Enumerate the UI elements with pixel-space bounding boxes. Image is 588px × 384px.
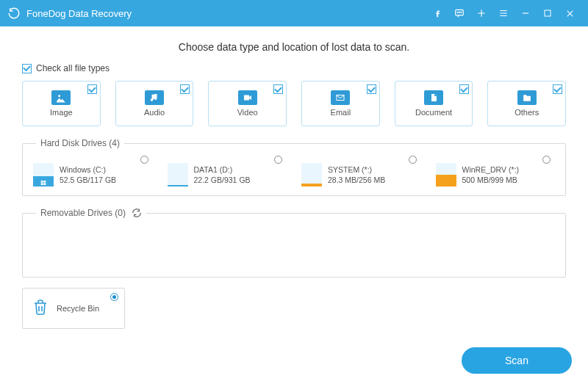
svg-rect-6 <box>244 95 249 101</box>
type-card-audio[interactable]: Audio <box>115 81 194 126</box>
image-icon <box>51 90 71 105</box>
removable-empty <box>33 228 555 268</box>
type-card-video[interactable]: Video <box>208 81 287 126</box>
refresh-icon[interactable] <box>132 208 142 218</box>
drive-info: DATA1 (D:)22.2 GB/931 GB <box>194 164 251 185</box>
svg-point-5 <box>59 95 61 97</box>
app-title: FoneDog Data Recovery <box>26 8 426 19</box>
drive-usage-bar <box>301 163 322 186</box>
svg-rect-8 <box>41 181 43 183</box>
drive-item[interactable]: DATA1 (D:)22.2 GB/931 GB <box>168 159 287 186</box>
type-checkbox[interactable] <box>459 84 469 94</box>
type-checkbox[interactable] <box>273 84 283 94</box>
titlebar: FoneDog Data Recovery <box>0 0 588 26</box>
main-content: Choose data type and location of lost da… <box>0 26 588 329</box>
drive-info: Windows (C:)52.5 GB/117 GB <box>60 164 116 185</box>
type-label: Video <box>237 108 258 117</box>
svg-rect-10 <box>41 183 43 185</box>
type-label: Audio <box>144 108 165 117</box>
drive-item[interactable]: Windows (C:)52.5 GB/117 GB <box>33 159 153 186</box>
type-card-document[interactable]: Document <box>395 81 473 126</box>
close-icon[interactable] <box>559 0 581 26</box>
recycle-radio[interactable] <box>110 293 118 301</box>
check-all-label: Check all file types <box>36 63 110 73</box>
type-label: Image <box>50 108 73 117</box>
type-label: Document <box>415 108 452 117</box>
drive-usage-bar <box>436 163 456 186</box>
type-checkbox[interactable] <box>367 84 376 94</box>
type-card-image[interactable]: Image <box>22 81 101 126</box>
drive-usage-bar <box>168 163 188 186</box>
svg-rect-9 <box>43 181 46 183</box>
type-label: Others <box>514 108 539 117</box>
recycle-bin-card[interactable]: Recycle Bin <box>22 288 125 329</box>
drive-radio[interactable] <box>542 156 551 164</box>
hdd-drives: Windows (C:)52.5 GB/117 GBDATA1 (D:)22.2… <box>33 159 555 186</box>
removable-section: Removable Drives (0) <box>22 208 566 278</box>
page-headline: Choose data type and location of lost da… <box>22 41 566 53</box>
scan-button[interactable]: Scan <box>462 347 572 374</box>
type-checkbox[interactable] <box>87 84 97 94</box>
type-label: Email <box>331 108 351 117</box>
document-icon <box>424 90 443 105</box>
check-all-row[interactable]: Check all file types <box>22 63 566 73</box>
drive-radio[interactable] <box>274 156 282 164</box>
removable-legend: Removable Drives (0) <box>36 208 146 218</box>
email-icon <box>331 90 350 105</box>
svg-rect-11 <box>43 183 46 185</box>
drive-radio[interactable] <box>409 156 417 164</box>
video-icon <box>238 90 257 105</box>
facebook-icon[interactable] <box>426 0 448 26</box>
hdd-section: Hard Disk Drives (4) Windows (C:)52.5 GB… <box>22 138 566 196</box>
drive-info: SYSTEM (*:)28.3 MB/256 MB <box>328 164 385 185</box>
drive-usage-bar <box>33 163 54 186</box>
drive-info: WinRE_DRV (*:)500 MB/999 MB <box>462 164 519 185</box>
check-all-checkbox[interactable] <box>22 64 32 73</box>
svg-point-1 <box>457 12 458 12</box>
svg-point-2 <box>459 12 460 12</box>
maximize-icon[interactable] <box>537 0 559 26</box>
trash-icon <box>32 297 49 319</box>
type-checkbox[interactable] <box>180 84 190 94</box>
svg-point-3 <box>461 12 462 12</box>
svg-rect-4 <box>545 10 551 16</box>
drive-item[interactable]: SYSTEM (*:)28.3 MB/256 MB <box>301 159 421 186</box>
titlebar-actions <box>426 0 581 26</box>
menu-icon[interactable] <box>492 0 514 26</box>
recycle-section: Recycle Bin <box>22 288 566 329</box>
feedback-icon[interactable] <box>448 0 470 26</box>
type-checkbox[interactable] <box>553 84 562 94</box>
minimize-icon[interactable] <box>514 0 537 26</box>
hdd-legend: Hard Disk Drives (4) <box>36 138 124 148</box>
file-type-grid: ImageAudioVideoEmailDocumentOthers <box>22 81 566 126</box>
drive-item[interactable]: WinRE_DRV (*:)500 MB/999 MB <box>436 159 556 186</box>
type-card-others[interactable]: Others <box>487 81 566 126</box>
audio-icon <box>145 90 164 105</box>
app-logo-icon <box>7 7 21 20</box>
others-icon <box>517 90 537 105</box>
recycle-label: Recycle Bin <box>57 304 99 313</box>
plus-icon[interactable] <box>470 0 492 26</box>
type-card-email[interactable]: Email <box>301 81 380 126</box>
drive-radio[interactable] <box>140 156 148 164</box>
